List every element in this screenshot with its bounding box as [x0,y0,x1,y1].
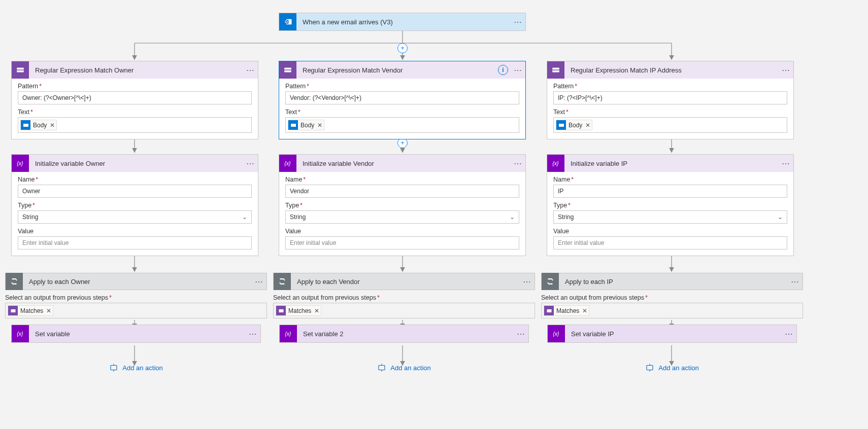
add-action-link-owner[interactable]: Add an action [109,363,163,372]
remove-token-icon[interactable]: ✕ [582,307,587,314]
trigger-card[interactable]: When a new email arrives (V3) ⋯ [279,13,526,31]
remove-token-icon[interactable]: ✕ [585,122,590,129]
set-var-menu-vendor[interactable]: ⋯ [514,329,528,339]
set-var-title-ip: Set variable IP [565,330,782,338]
regex-card-owner[interactable]: Regular Expression Match Owner ⋯ Pattern… [11,61,258,139]
svg-rect-25 [11,309,15,312]
regex-menu-vendor[interactable]: ⋯ [511,65,525,75]
name-input-vendor[interactable] [285,185,519,198]
value-label: Value [18,228,252,235]
trigger-menu[interactable]: ⋯ [511,17,525,27]
add-action-link-ip[interactable]: Add an action [645,363,699,372]
matches-token[interactable]: Matches✕ [544,305,589,316]
body-token[interactable]: Body✕ [288,120,324,130]
remove-token-icon[interactable]: ✕ [317,122,322,129]
value-input-owner[interactable] [18,236,252,249]
variable-icon: {x} [12,155,29,172]
add-action-link-vendor[interactable]: Add an action [377,363,431,372]
add-step-button-col2[interactable]: + [397,138,408,148]
text-input-ip[interactable]: Body✕ [553,117,787,133]
add-action-icon [645,363,654,372]
type-select-vendor[interactable]: String⌄ [285,210,519,224]
regex-card-vendor[interactable]: Regular Expression Match Vendor i ⋯ Patt… [279,61,526,139]
set-var-card-owner[interactable]: {x} Set variable ⋯ [11,325,261,343]
svg-text:{x}: {x} [285,331,291,337]
loop-icon [274,273,291,290]
set-var-menu-ip[interactable]: ⋯ [782,329,796,339]
loop-menu-vendor[interactable]: ⋯ [520,277,535,287]
pattern-input-ip[interactable] [553,91,787,104]
var-card-vendor[interactable]: {x} Initialize variable Vendor ⋯ Name Ty… [279,154,526,256]
type-label: Type [18,202,252,209]
svg-text:{x}: {x} [17,331,23,337]
regex-icon [279,61,296,79]
regex-token-icon [8,306,18,315]
remove-token-icon[interactable]: ✕ [314,307,319,314]
var-menu-owner[interactable]: ⋯ [244,159,258,168]
loop-icon [6,273,23,290]
pattern-input-owner[interactable] [18,91,252,104]
trigger-title: When a new email arrives (V3) [296,18,511,26]
var-menu-vendor[interactable]: ⋯ [511,159,525,168]
variable-icon: {x} [547,155,564,172]
type-label: Type [285,202,519,209]
type-select-ip[interactable]: String⌄ [553,210,787,224]
type-label: Type [553,202,787,209]
value-input-ip[interactable] [553,236,787,249]
svg-text:{x}: {x} [553,331,559,337]
loop-card-vendor[interactable]: Apply to each Vendor ⋯ Select an output … [273,273,535,378]
regex-token-icon [544,306,554,315]
loop-icon [542,273,559,290]
outlook-icon [279,13,296,30]
loop-menu-owner[interactable]: ⋯ [252,277,266,287]
pattern-label: Pattern [18,83,252,90]
var-card-owner[interactable]: {x} Initialize variable Owner ⋯ Name Typ… [11,154,258,256]
set-var-card-vendor[interactable]: {x} Set variable 2 ⋯ [279,325,529,343]
name-input-ip[interactable] [553,185,787,198]
svg-rect-45 [647,366,653,370]
set-var-title-vendor: Set variable 2 [297,330,514,338]
var-title-ip: Initialize variable IP [564,160,779,167]
name-input-owner[interactable] [18,185,252,198]
body-token[interactable]: Body✕ [556,120,592,130]
loop-card-owner[interactable]: Apply to each Owner ⋯ Select an output f… [5,273,267,378]
pattern-label: Pattern [285,83,519,90]
loop-card-ip[interactable]: Apply to each IP ⋯ Select an output from… [541,273,803,378]
var-card-ip[interactable]: {x} Initialize variable IP ⋯ Name Type S… [547,154,794,256]
loop-menu-ip[interactable]: ⋯ [788,277,803,287]
text-input-vendor[interactable]: Body✕ [285,117,519,133]
value-input-vendor[interactable] [285,236,519,249]
matches-token[interactable]: Matches✕ [276,305,321,316]
info-icon[interactable]: i [498,65,508,75]
add-action-icon [109,363,118,372]
regex-icon [12,61,29,79]
var-menu-ip[interactable]: ⋯ [779,159,793,168]
loop-output-owner[interactable]: Matches ✕ [5,303,267,318]
loop-output-vendor[interactable]: Matches✕ [273,303,535,318]
regex-menu-ip[interactable]: ⋯ [779,65,793,75]
outlook-token-icon [556,120,566,130]
remove-token-icon[interactable]: ✕ [46,307,51,314]
loop-title-vendor: Apply to each Vendor [291,278,520,285]
svg-rect-23 [23,124,28,127]
add-action-icon [377,363,386,372]
regex-menu-owner[interactable]: ⋯ [244,65,258,75]
regex-card-ip[interactable]: Regular Expression Match IP Address ⋯ Pa… [547,61,794,139]
set-var-card-ip[interactable]: {x} Set variable IP ⋯ [547,325,797,343]
svg-rect-40 [552,69,559,70]
body-token[interactable]: Body ✕ [20,120,57,130]
type-select-owner[interactable]: String⌄ [18,210,252,224]
remove-token-icon[interactable]: ✕ [50,122,55,129]
svg-rect-43 [547,309,551,312]
pattern-input-vendor[interactable] [285,91,519,104]
regex-title-vendor: Regular Expression Match Vendor [296,66,498,74]
regex-token-icon [276,306,286,315]
set-var-menu-owner[interactable]: ⋯ [246,329,260,339]
add-branch-button[interactable]: + [397,43,408,53]
loop-output-ip[interactable]: Matches✕ [541,303,803,318]
text-input-owner[interactable]: Body ✕ [18,117,252,133]
svg-text:{x}: {x} [284,160,291,166]
svg-rect-34 [279,309,283,312]
matches-token[interactable]: Matches ✕ [8,305,53,316]
svg-rect-41 [559,124,564,127]
